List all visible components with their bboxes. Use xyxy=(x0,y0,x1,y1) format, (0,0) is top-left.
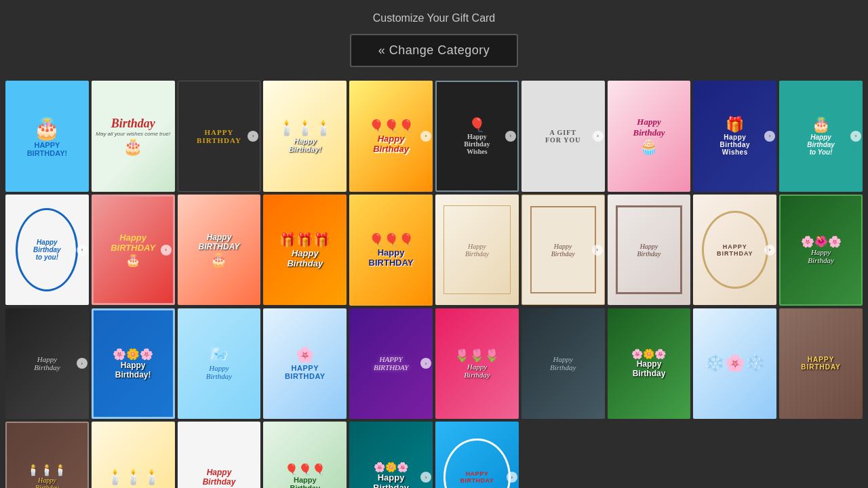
birthday-card-32[interactable]: 🕯️🕯️🕯️ xyxy=(92,422,175,488)
right-arrow-icon-14[interactable]: › xyxy=(507,472,517,483)
birthday-card-29[interactable]: ❄️🌸❄️ xyxy=(693,308,776,420)
right-arrow-icon-9[interactable]: › xyxy=(592,245,603,256)
birthday-card-9[interactable]: 🎁 HappyBirthdayWishes › xyxy=(693,81,776,192)
birthday-card-6[interactable]: 🎈 HappyBirthdayWishes › xyxy=(435,81,519,192)
right-arrow-icon-4[interactable]: › xyxy=(593,131,604,142)
birthday-card-17[interactable]: HappyBirthday › xyxy=(521,195,605,306)
birthday-card-33[interactable]: HappyBirthday xyxy=(178,422,261,488)
birthday-card-5[interactable]: 🎈🎈🎈 HappyBirthday › xyxy=(349,81,433,192)
page-title: Customize Your Gift Card xyxy=(0,12,868,24)
birthday-card-27[interactable]: HappyBirthday xyxy=(521,308,605,420)
change-category-button[interactable]: « Change Category xyxy=(350,34,519,67)
right-arrow-icon-13[interactable]: › xyxy=(420,472,431,483)
birthday-card-19[interactable]: HAPPYBIRTHDAY › xyxy=(693,195,776,306)
page-header: Customize Your Gift Card « Change Catego… xyxy=(0,0,868,74)
birthday-card-2[interactable]: Birthday May all your wishes come true! … xyxy=(92,81,175,192)
right-arrow-icon-10[interactable]: › xyxy=(764,245,775,256)
birthday-card-20[interactable]: 🌸🌺🌸 HappyBirthday xyxy=(779,195,863,306)
birthday-card-21[interactable]: HappyBirthday › xyxy=(5,308,89,420)
right-arrow-icon-6[interactable]: › xyxy=(850,131,861,142)
birthday-card-18[interactable]: HappyBirthday xyxy=(608,195,691,306)
birthday-card-13[interactable]: HappyBIRTHDAY 🎂 xyxy=(178,195,261,306)
birthday-card-25[interactable]: HAPPYBIRTHDAY › xyxy=(349,308,433,420)
birthday-card-12[interactable]: HappyBIRTHDAY 🎂 › xyxy=(92,195,175,306)
birthday-card-31[interactable]: 🕯️🕯️🕯️ HappyBirthday xyxy=(5,422,89,488)
birthday-card-36[interactable]: HAPPYBIRTHDAY › xyxy=(435,422,519,488)
birthday-card-3[interactable]: HAPPYBIRTHDAY › xyxy=(178,81,261,192)
birthday-card-26[interactable]: 🌷🌷🌷 HappyBirthday xyxy=(435,308,519,420)
right-arrow-icon-3[interactable]: › xyxy=(505,131,516,142)
birthday-card-22[interactable]: 🌸🌼🌸 HappyBirthday! xyxy=(92,308,175,420)
birthday-card-1[interactable]: 🎂 HAPPY BIRTHDAY! xyxy=(5,81,89,192)
right-arrow-icon-8[interactable]: › xyxy=(161,245,172,256)
right-arrow-icon-2[interactable]: › xyxy=(420,131,431,142)
right-arrow-icon[interactable]: › xyxy=(248,131,258,142)
birthday-card-30[interactable]: HAPPYBIRTHDAY xyxy=(779,308,863,420)
birthday-card-23[interactable]: 🌬️ HappyBirthday xyxy=(178,308,261,420)
birthday-card-24[interactable]: 🌸 HAPPYBIRTHDAY xyxy=(263,308,347,420)
birthday-card-8[interactable]: HappyBirthday 🧁 xyxy=(608,81,691,192)
right-arrow-icon-12[interactable]: › xyxy=(420,358,431,369)
birthday-card-28[interactable]: 🌸🌼🌸 HappyBirthday xyxy=(608,308,691,420)
right-arrow-icon-7[interactable]: › xyxy=(77,245,87,256)
right-arrow-icon-11[interactable]: › xyxy=(77,358,87,369)
card-grid: 🎂 HAPPY BIRTHDAY! Birthday May all your … xyxy=(0,74,868,488)
birthday-card-4[interactable]: 🕯️🕯️🕯️ HappyBirthday! xyxy=(263,81,347,192)
right-arrow-icon-5[interactable]: › xyxy=(764,131,775,142)
birthday-card-15[interactable]: 🎈🎈🎈 HappyBIRTHDAY xyxy=(349,195,433,306)
birthday-card-10[interactable]: 🎂 HappyBirthdayto You! › xyxy=(779,81,863,192)
birthday-card-11[interactable]: HappyBirthdayto you! › xyxy=(5,195,89,306)
birthday-card-16[interactable]: HappyBirthday xyxy=(435,195,519,306)
birthday-card-34[interactable]: 🎈🎈🎈 HappyBirthday xyxy=(263,422,347,488)
birthday-card-35[interactable]: 🌸🌼🌸 HappyBirthday › xyxy=(349,422,433,488)
birthday-card-7[interactable]: A GIFTFOR YOU › xyxy=(521,81,605,192)
birthday-card-14[interactable]: 🎁🎁🎁 HappyBirthday xyxy=(263,195,347,306)
